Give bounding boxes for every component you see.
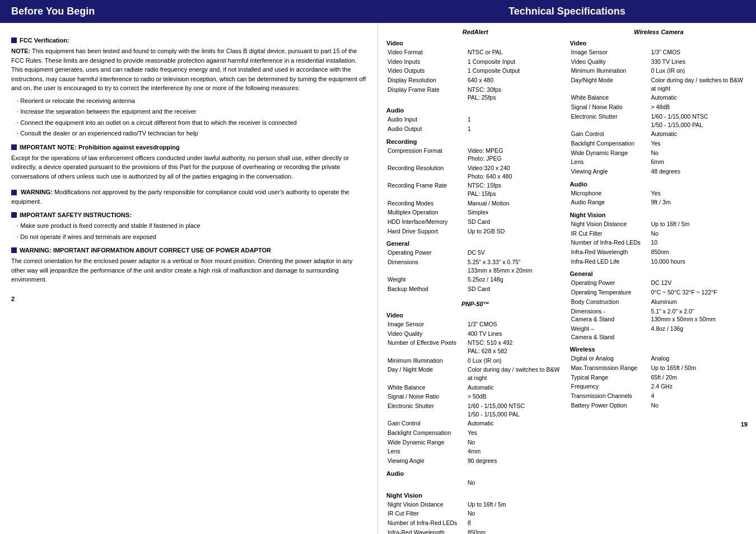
wc-video-title: Video: [570, 40, 748, 46]
table-row: White Balance Automatic: [570, 93, 748, 102]
wc-general-title: General: [570, 270, 748, 277]
table-row: IR Cut Filter No: [570, 229, 748, 238]
redalert-video-table: Video Format NTSC or PAL Video Inputs 1 …: [386, 48, 564, 102]
right-header-title: Technical Specifications: [378, 0, 756, 23]
table-row: Audio Input 1: [386, 115, 564, 124]
fcc-bullet-1: Reorient or relocate the receiving anten…: [17, 96, 366, 106]
safety-bullet-list: Make sure product is fixed correctly and…: [17, 221, 366, 241]
table-row: Digital or Analog Analog: [570, 354, 748, 363]
table-row: Frequency 2.4 GHz: [570, 382, 748, 391]
table-row: Backlight Compensation Yes: [386, 428, 564, 438]
pnp50-video-table: Image Sensor 1/3" CMOS Video Quality 400…: [386, 320, 564, 466]
wc-audio-table: Microphone Yes Audio Range 9ft / 3m: [570, 189, 748, 207]
table-row: Day/Night Mode Color during day / switch…: [570, 76, 748, 93]
wc-video-table: Image Sensor 1/3" CMOS Video Quality 330…: [570, 48, 748, 176]
pnp50-audio-title: Audio: [386, 470, 564, 477]
table-row: Electronic Shutter 1/60 - 1/15,000 NTSC …: [386, 401, 564, 419]
table-row: Audio Output 1: [386, 124, 564, 134]
power-title-text: WARNING: IMPORTANT INFORMATION ABOUT COR…: [20, 247, 271, 254]
table-row: Signal / Noise Ratio > 50dB: [386, 392, 564, 401]
fcc-bullet-2: Increase the separation between the equi…: [17, 107, 366, 116]
table-row: Display Frame Rate NTSC: 30fps PAL: 25fp…: [386, 85, 564, 102]
table-row: Dimensions 5.25" x 3.33" x 0.75" 133mm x…: [386, 257, 564, 275]
pnp50-night-vision-table: Night Vision Distance Up to 16ft / 5m IR…: [386, 500, 564, 535]
table-row: Compression Format Video: MPEG Photo: JP…: [386, 146, 564, 163]
safety-icon: [11, 212, 17, 218]
table-row: Infra-Red Wavelength 850nm: [570, 247, 748, 257]
table-row: Multiplex Operation Simplex: [386, 208, 564, 217]
fcc-bullet-list: Reorient or relocate the receiving anten…: [17, 96, 366, 138]
power-icon: [11, 247, 17, 253]
power-text: The correct orientation for the enclosed…: [11, 256, 366, 284]
table-row: Minimum Illumination 0 Lux (IR on): [570, 66, 748, 76]
fcc-bullet-4: Consult the dealer or an experienced rad…: [17, 129, 366, 138]
wireless-camera-header: Wireless Camera: [570, 29, 748, 35]
table-row: Number of Effective Pixels NTSC: 510 x 4…: [386, 338, 564, 355]
wc-wireless-table: Digital or Analog Analog Max.Transmissio…: [570, 354, 748, 410]
table-row: Wide Dynamic Range No: [386, 438, 564, 447]
redalert-recording-table: Compression Format Video: MPEG Photo: JP…: [386, 146, 564, 236]
table-row: Wide Dynamic Range No: [570, 148, 748, 158]
redalert-general-title: General: [386, 240, 564, 247]
table-row: Image Sensor 1/3" CMOS: [386, 320, 564, 329]
table-row: Electronic Shutter 1/60 - 1/15,000 NTSC …: [570, 112, 748, 129]
table-row: Viewing Angle 48 degrees: [570, 167, 748, 176]
warning-para: WARNING: Modifications not approved by t…: [11, 188, 366, 206]
wc-night-vision-table: Night Vision Distance Up to 16ft / 5m IR…: [570, 219, 748, 266]
fcc-icon: [11, 38, 17, 43]
table-row: Number of Infra-Red LEDs 10: [570, 238, 748, 247]
redalert-general-table: Operating Power DC 5V Dimensions 5.25" x…: [386, 248, 564, 293]
table-row: Night Vision Distance Up to 16ft / 5m: [570, 219, 748, 229]
table-row: Video Outputs 1 Composite Output: [386, 66, 564, 76]
wc-general-table: Operating Power DC 12V Operating Tempera…: [570, 278, 748, 341]
table-row: Display Resolution 640 x 480: [386, 76, 564, 85]
safety-bullet-1: Make sure product is fixed correctly and…: [17, 221, 366, 231]
table-row: Dimensions - Camera & Stand 5.1" x 2.0" …: [570, 307, 748, 324]
eavesdrop-title-text: IMPORTANT NOTE: Prohibition against eave…: [20, 144, 180, 151]
redalert-audio-title: Audio: [386, 107, 564, 114]
left-page-num: 2: [11, 296, 366, 302]
table-row: Infra-Red Wavelength 850nm: [386, 528, 564, 534]
fcc-note-label: NOTE:: [11, 48, 30, 54]
table-row: No: [386, 478, 564, 488]
right-title-text: Technical Specifications: [508, 6, 626, 17]
table-row: Gain Control Automatic: [386, 419, 564, 428]
table-row: Lens 6mm: [570, 157, 748, 167]
redalert-audio-table: Audio Input 1 Audio Output 1: [386, 115, 564, 133]
redalert-header: RedAlert: [386, 29, 564, 35]
table-row: Hard Drive Support Up to 2GB SD: [386, 227, 564, 236]
warning-section: WARNING: Modifications not approved by t…: [11, 188, 366, 206]
fcc-section-title: FCC Verification:: [11, 37, 366, 44]
table-row: IR Cut Filter No: [386, 509, 564, 518]
table-row: Video Quality 330 TV Lines: [570, 57, 748, 67]
table-row: Video Quality 400 TV Lines: [386, 329, 564, 339]
pnp50-audio-table: No: [386, 478, 564, 488]
warning-text: Modifications not approved by the party …: [11, 189, 349, 205]
table-row: Transmission Channels 4: [570, 391, 748, 401]
wc-audio-title: Audio: [570, 181, 748, 188]
table-row: Video Format NTSC or PAL: [386, 48, 564, 57]
redalert-recording-title: Recording: [386, 138, 564, 145]
table-row: Operating Temperature 0°C ~ 50°C 32°F ~ …: [570, 288, 748, 297]
table-row: Microphone Yes: [570, 189, 748, 198]
safety-section-title: IMPORTANT SAFETY INSTRUCTIONS:: [11, 212, 366, 218]
table-row: Max.Transmission Range Up to 165ft / 50m: [570, 363, 748, 373]
table-row: Weight – Camera & Stand 4.8oz / 136g: [570, 324, 748, 341]
eavesdrop-text: Except for the operations of law enforce…: [11, 153, 366, 181]
table-row: Infra-Red LED Life 10,000 hours: [570, 257, 748, 266]
pnp50-video-title: Video: [386, 312, 564, 318]
table-row: Recording Frame Rate NTSC: 15fps PAL: 15…: [386, 181, 564, 198]
redalert-col: RedAlert Video Video Format NTSC or PAL …: [386, 29, 564, 534]
fcc-note: NOTE: This equipment has been tested and…: [11, 46, 366, 93]
fcc-title-text: FCC Verification:: [20, 37, 69, 44]
table-row: Video Inputs 1 Composite Input: [386, 57, 564, 67]
table-row: Minimum Illumination 0 Lux (IR on): [386, 356, 564, 366]
table-row: Image Sensor 1/3" CMOS: [570, 48, 748, 57]
wc-wireless-title: Wireless: [570, 346, 748, 353]
eavesdrop-section-title: IMPORTANT NOTE: Prohibition against eave…: [11, 144, 366, 151]
table-row: Audio Range 9ft / 3m: [570, 198, 748, 207]
table-row: Typical Range 65ft / 20m: [570, 373, 748, 382]
power-section-title: WARNING: IMPORTANT INFORMATION ABOUT COR…: [11, 247, 366, 254]
table-row: Body Construction Aluminum: [570, 297, 748, 307]
table-row: Battery Power Option No: [570, 401, 748, 410]
